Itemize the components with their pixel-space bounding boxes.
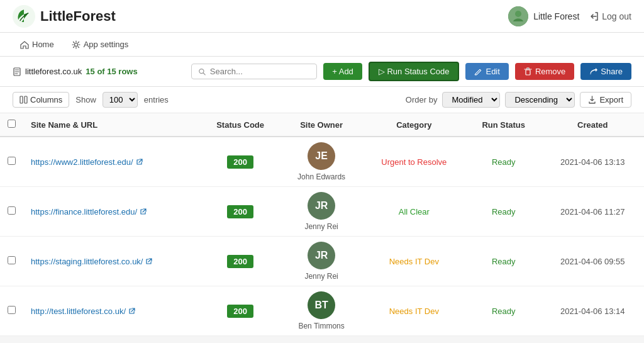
search-input[interactable] bbox=[210, 67, 310, 76]
owner-cell-2: JR Jenny Rei bbox=[289, 242, 355, 281]
trash-icon bbox=[524, 67, 532, 76]
site-url-link-1[interactable]: https://finance.littleforest.edu/ bbox=[31, 207, 192, 216]
row-checkbox-0[interactable] bbox=[0, 137, 23, 187]
row-url-0: https://www2.littleforest.edu/ bbox=[23, 137, 200, 187]
external-link-icon bbox=[140, 208, 147, 215]
order-select[interactable]: Modified Created Name bbox=[442, 92, 500, 108]
row-owner-1: JR Jenny Rei bbox=[281, 187, 362, 237]
edit-icon bbox=[474, 67, 482, 76]
logout-button[interactable]: Log out bbox=[589, 11, 631, 21]
category-label-3: Needs IT Dev bbox=[389, 306, 439, 316]
row-status-2: 200 bbox=[200, 237, 281, 286]
row-select-0[interactable] bbox=[8, 157, 16, 165]
run-status-label-3: Ready bbox=[492, 306, 516, 316]
owner-name-3: Ben Timmons bbox=[298, 322, 344, 330]
site-label: littleforest.co.uk 15 of 15 rows bbox=[13, 67, 138, 76]
columns-icon bbox=[19, 96, 28, 104]
run-label: ▷ Run Status Code bbox=[379, 67, 450, 76]
remove-button[interactable]: Remove bbox=[515, 63, 574, 80]
row-status-3: 200 bbox=[200, 286, 281, 336]
run-status-label-0: Ready bbox=[492, 157, 516, 167]
data-table: Site Name & URL Status Code Site Owner C… bbox=[0, 113, 644, 336]
owner-name-0: John Edwards bbox=[297, 172, 345, 181]
export-icon bbox=[588, 96, 596, 104]
logo-area: LittleForest bbox=[13, 5, 116, 28]
logo-icon bbox=[13, 5, 35, 28]
row-run-status-1: Ready bbox=[466, 187, 541, 237]
row-category-0: Urgent to Resolve bbox=[362, 137, 466, 187]
table-row: https://www2.littleforest.edu/ 200 JE Jo… bbox=[0, 137, 644, 187]
home-icon bbox=[20, 40, 29, 49]
edit-label: Edit bbox=[486, 67, 499, 76]
row-run-status-2: Ready bbox=[466, 237, 541, 286]
select-all-checkbox[interactable] bbox=[8, 120, 16, 128]
document-icon bbox=[13, 67, 21, 76]
category-label-2: Needs IT Dev bbox=[389, 257, 439, 266]
owner-cell-0: JE John Edwards bbox=[289, 142, 355, 181]
svg-rect-7 bbox=[20, 96, 23, 103]
owner-avatar-2: JR bbox=[308, 242, 335, 269]
row-select-2[interactable] bbox=[8, 256, 16, 264]
entries-select[interactable]: 100 50 25 bbox=[103, 92, 138, 108]
user-name: Little Forest bbox=[533, 11, 579, 21]
svg-point-3 bbox=[74, 43, 77, 46]
main-toolbar: littleforest.co.uk 15 of 15 rows + Add ▷… bbox=[0, 57, 644, 87]
columns-button[interactable]: Columns bbox=[13, 92, 69, 108]
status-badge-3: 200 bbox=[227, 305, 253, 318]
user-area: Little Forest bbox=[508, 6, 579, 26]
app-name: LittleForest bbox=[40, 8, 116, 25]
columns-label: Columns bbox=[30, 95, 62, 104]
owner-name-1: Jenny Rei bbox=[304, 222, 338, 231]
status-badge-0: 200 bbox=[227, 155, 253, 169]
table-header-row: Site Name & URL Status Code Site Owner C… bbox=[0, 113, 644, 137]
run-status-button[interactable]: ▷ Run Status Code bbox=[369, 62, 460, 81]
row-select-3[interactable] bbox=[8, 306, 16, 314]
status-badge-2: 200 bbox=[227, 255, 253, 268]
run-status-label-2: Ready bbox=[492, 257, 516, 266]
row-owner-2: JR Jenny Rei bbox=[281, 237, 362, 286]
table-row: http://test.littleforest.co.uk/ 200 BT B… bbox=[0, 286, 644, 336]
nav-home-label: Home bbox=[32, 40, 54, 49]
row-checkbox-1[interactable] bbox=[0, 187, 23, 237]
export-button[interactable]: Export bbox=[580, 92, 631, 108]
nav-app-settings[interactable]: App settings bbox=[64, 36, 136, 53]
row-created-3: 2021-04-06 13:14 bbox=[541, 286, 645, 336]
search-box[interactable] bbox=[191, 64, 317, 79]
direction-select[interactable]: Descending Ascending bbox=[505, 92, 575, 108]
edit-button[interactable]: Edit bbox=[465, 63, 508, 80]
header-site-owner: Site Owner bbox=[281, 113, 362, 137]
header-right: Little Forest Log out bbox=[508, 6, 631, 26]
owner-avatar-1: JR bbox=[308, 192, 335, 220]
nav-home[interactable]: Home bbox=[13, 36, 62, 53]
site-url-link-2[interactable]: https://staging.littleforest.co.uk/ bbox=[31, 257, 192, 266]
row-select-1[interactable] bbox=[8, 206, 16, 215]
header-checkbox[interactable] bbox=[0, 113, 23, 137]
row-count: 15 of 15 rows bbox=[86, 67, 137, 76]
table-row: https://staging.littleforest.co.uk/ 200 … bbox=[0, 237, 644, 286]
row-category-2: Needs IT Dev bbox=[362, 237, 466, 286]
site-url-link-0[interactable]: https://www2.littleforest.edu/ bbox=[31, 157, 192, 167]
order-area: Order by Modified Created Name Descendin… bbox=[406, 92, 631, 108]
row-checkbox-3[interactable] bbox=[0, 286, 23, 336]
external-link-icon bbox=[136, 159, 143, 166]
category-label-0: Urgent to Resolve bbox=[381, 157, 447, 167]
owner-avatar-0: JE bbox=[308, 142, 335, 170]
row-checkbox-2[interactable] bbox=[0, 237, 23, 286]
header-run-status: Run Status bbox=[466, 113, 541, 137]
settings-icon bbox=[72, 40, 80, 49]
header-created: Created bbox=[541, 113, 645, 137]
external-link-icon bbox=[128, 308, 135, 315]
svg-rect-6 bbox=[526, 70, 530, 75]
add-button[interactable]: + Add bbox=[323, 63, 362, 80]
site-url-link-3[interactable]: http://test.littleforest.co.uk/ bbox=[31, 306, 192, 316]
share-icon bbox=[589, 67, 597, 76]
status-badge-1: 200 bbox=[227, 205, 253, 218]
row-status-1: 200 bbox=[200, 187, 281, 237]
share-button[interactable]: Share bbox=[580, 63, 631, 80]
header-category: Category bbox=[362, 113, 466, 137]
row-created-1: 2021-04-06 11:27 bbox=[541, 187, 645, 237]
share-label: Share bbox=[601, 67, 623, 76]
owner-cell-1: JR Jenny Rei bbox=[289, 192, 355, 231]
logout-icon bbox=[589, 11, 599, 21]
row-owner-3: BT Ben Timmons bbox=[281, 286, 362, 336]
